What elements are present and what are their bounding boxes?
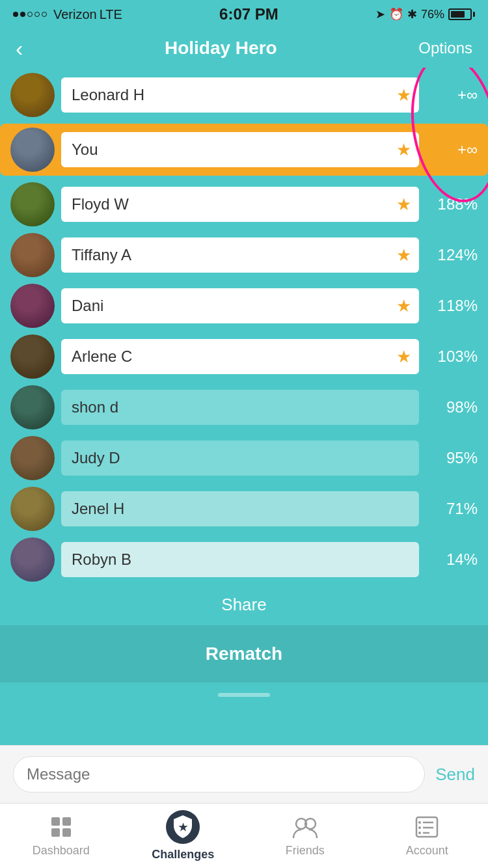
leaderboard-row: You★+∞ — [0, 124, 488, 176]
player-score: 118% — [426, 297, 478, 315]
leaderboard-row: Robyn B14% — [10, 537, 478, 582]
name-bar: Arlene C★ — [61, 339, 419, 374]
share-button[interactable]: Share — [221, 595, 266, 615]
rematch-button[interactable]: Rematch — [206, 644, 282, 664]
battery-percent: 76% — [421, 8, 444, 21]
avatar — [10, 537, 55, 582]
avatar — [10, 334, 55, 379]
status-bar: Verizon LTE 6:07 PM ➤ ⏰ ✱ 76% — [0, 0, 488, 29]
player-name: Tiffany A — [72, 246, 131, 264]
leaderboard-row: Floyd W★188% — [10, 182, 478, 226]
dashboard-tab-label: Dashboard — [33, 844, 90, 858]
tab-account[interactable]: Account — [366, 804, 489, 868]
dot-4 — [34, 12, 40, 17]
dot-3 — [27, 12, 33, 17]
player-name: Jenel H — [72, 500, 124, 518]
leaderboard-row: Tiffany A★124% — [10, 233, 478, 277]
challenges-tab-label: Challenges — [152, 848, 214, 861]
player-score: 124% — [426, 246, 478, 264]
player-score: 98% — [426, 398, 478, 416]
player-name: Judy D — [72, 449, 120, 467]
dot-5 — [42, 12, 47, 17]
alarm-icon: ⏰ — [389, 7, 403, 21]
star-icon: ★ — [396, 296, 411, 316]
scroll-indicator — [0, 683, 488, 702]
network-label: LTE — [100, 7, 122, 22]
carrier-label: Verizon — [53, 7, 97, 22]
player-score: 95% — [426, 449, 478, 467]
player-score: 71% — [426, 500, 478, 518]
name-bar-container: Judy D — [61, 441, 419, 476]
leaderboard-row: Judy D95% — [10, 436, 478, 480]
avatar — [10, 128, 55, 172]
star-icon: ★ — [396, 245, 411, 265]
svg-rect-0 — [51, 817, 60, 826]
avatar — [10, 385, 55, 429]
leaderboard-list: Leonard H★+∞You★+∞Floyd W★188%Tiffany A★… — [0, 73, 488, 582]
leaderboard-row: Dani★118% — [10, 284, 478, 328]
send-button[interactable]: Send — [435, 765, 475, 785]
svg-point-12 — [418, 826, 421, 829]
name-bar-container: Leonard H★ — [61, 77, 419, 113]
name-bar: You★ — [61, 132, 419, 167]
name-bar: Floyd W★ — [61, 187, 419, 222]
tab-friends[interactable]: Friends — [244, 804, 366, 868]
name-bar-container: shon d — [61, 390, 419, 425]
account-tab-label: Account — [406, 844, 448, 858]
star-icon: ★ — [396, 195, 411, 215]
star-icon: ★ — [396, 85, 411, 105]
message-input[interactable] — [13, 756, 425, 793]
leaderboard-row: shon d98% — [10, 385, 478, 429]
dot-2 — [20, 12, 25, 17]
avatar — [10, 284, 55, 328]
name-bar-container: Robyn B — [61, 542, 419, 577]
name-bar-container: Jenel H — [61, 491, 419, 526]
bluetooth-icon: ✱ — [407, 7, 417, 21]
name-bar-container: Arlene C★ — [61, 339, 419, 374]
rematch-section: Rematch — [0, 625, 488, 683]
svg-point-11 — [418, 821, 421, 824]
avatar — [10, 436, 55, 480]
message-area: Send — [0, 745, 488, 803]
tab-challenges[interactable]: ★ Challenges — [122, 804, 245, 868]
star-icon: ★ — [396, 347, 411, 367]
leaderboard-row: Leonard H★+∞ — [10, 73, 478, 117]
name-bar: Judy D — [61, 441, 419, 476]
status-left: Verizon LTE — [13, 7, 122, 22]
svg-point-13 — [418, 832, 421, 834]
player-name: Robyn B — [72, 550, 131, 569]
player-name: Floyd W — [72, 195, 129, 213]
friends-tab-label: Friends — [286, 844, 325, 858]
name-bar: shon d — [61, 390, 419, 425]
player-name: Dani — [72, 297, 103, 315]
back-button[interactable]: ‹ — [16, 37, 23, 59]
battery-icon — [448, 8, 475, 20]
player-name: Leonard H — [72, 86, 144, 104]
player-name: shon d — [72, 398, 118, 416]
tab-dashboard[interactable]: Dashboard — [0, 804, 122, 868]
share-section: Share — [0, 595, 488, 625]
avatar — [10, 487, 55, 531]
player-score: +∞ — [426, 141, 478, 159]
account-icon — [414, 814, 440, 840]
avatar — [10, 233, 55, 277]
name-bar-container: Floyd W★ — [61, 187, 419, 222]
options-button[interactable]: Options — [418, 39, 472, 57]
name-bar: Dani★ — [61, 288, 419, 323]
name-bar-container: Dani★ — [61, 288, 419, 323]
leaderboard-row: Jenel H71% — [10, 487, 478, 531]
star-icon: ★ — [396, 140, 411, 160]
player-score: 188% — [426, 195, 478, 213]
tab-bar: Dashboard ★ Challenges Friends Account — [0, 803, 488, 868]
scroll-bar — [218, 693, 270, 697]
status-time: 6:07 PM — [219, 5, 278, 23]
name-bar: Robyn B — [61, 542, 419, 577]
player-score: +∞ — [426, 86, 478, 104]
svg-text:★: ★ — [178, 822, 188, 833]
status-right: ➤ ⏰ ✱ 76% — [375, 7, 475, 21]
player-name: Arlene C — [72, 347, 132, 366]
nav-bar: ‹ Holiday Hero Options — [0, 29, 488, 68]
main-content: Leonard H★+∞You★+∞Floyd W★188%Tiffany A★… — [0, 68, 488, 745]
name-bar: Leonard H★ — [61, 77, 419, 113]
page-title: Holiday Hero — [165, 38, 277, 59]
